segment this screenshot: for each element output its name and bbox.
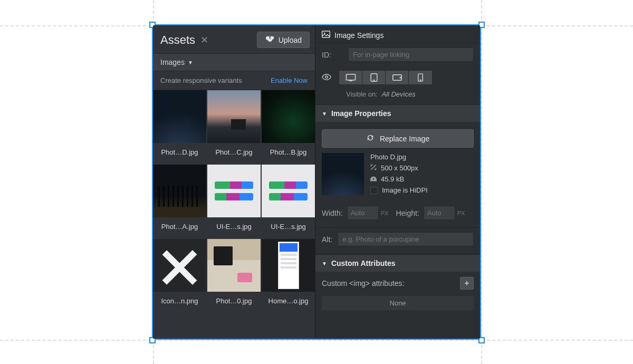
asset-item[interactable]: UI-E…s.jpg	[207, 165, 261, 238]
asset-thumbnail	[262, 165, 315, 217]
assets-panel: Assets ✕ Upload Images ▼ Create responsi…	[153, 25, 315, 339]
alt-label: Alt:	[322, 235, 332, 244]
asset-item[interactable]: UI-E…s.jpg	[262, 165, 315, 238]
meta-text: Photo D.jpg 500 x 500px 45.9 kB Image is…	[370, 153, 428, 195]
chevron-down-icon: ▼	[322, 261, 327, 266]
visible-on-row: Visible on: All Devices	[315, 89, 480, 104]
guide-bottom	[0, 340, 633, 341]
asset-item[interactable]: Icon…n.png	[153, 239, 206, 312]
responsive-variants-row: Create responsive variants Enable Now	[153, 71, 315, 90]
device-tablet-landscape-button[interactable]	[386, 71, 409, 84]
settings-title: Image Settings	[334, 31, 383, 40]
filter-label: Images	[160, 58, 185, 66]
width-input[interactable]	[347, 206, 379, 220]
hidpi-checkbox[interactable]	[370, 187, 378, 194]
asset-thumbnail	[262, 239, 315, 292]
asset-thumbnail	[207, 90, 261, 143]
custom-attributes-header[interactable]: ▼ Custom Attributes	[315, 254, 480, 272]
editor-panel: Assets ✕ Upload Images ▼ Create responsi…	[153, 25, 480, 339]
id-label: ID:	[322, 51, 343, 59]
guide-right	[481, 0, 482, 364]
image-meta: Photo D.jpg 500 x 500px 45.9 kB Image is…	[315, 153, 480, 200]
custom-attrs-empty: None	[322, 296, 474, 310]
svg-point-9	[420, 80, 420, 80]
width-label: Width:	[322, 209, 343, 217]
asset-thumbnail	[262, 90, 315, 143]
asset-filename: UI-E…s.jpg	[271, 217, 305, 238]
svg-point-5	[373, 80, 374, 80]
settings-panel: Image Settings ID:	[315, 25, 480, 339]
svg-point-2	[325, 75, 328, 78]
height-input[interactable]	[424, 206, 455, 220]
section-title: Custom Attributes	[331, 259, 396, 267]
asset-filename: Phot…B.jpg	[270, 143, 306, 164]
chevron-down-icon: ▼	[322, 111, 327, 117]
visible-label: Visible on:	[346, 90, 378, 98]
asset-item[interactable]: Phot…C.jpg	[207, 90, 261, 164]
height-unit: PX	[457, 210, 465, 216]
asset-item[interactable]: Phot…A.jpg	[153, 165, 206, 238]
id-row: ID:	[315, 43, 480, 66]
asset-filename: Phot…C.jpg	[215, 143, 252, 164]
refresh-icon	[366, 134, 375, 143]
replace-image-button[interactable]: Replace Image	[322, 129, 474, 148]
device-visibility-toggle	[339, 70, 433, 85]
asset-item[interactable]: Phot…D.jpg	[153, 90, 206, 164]
width-unit: PX	[381, 210, 389, 216]
dimensions-icon	[370, 164, 377, 172]
height-label: Height:	[396, 209, 419, 217]
device-desktop-button[interactable]	[339, 71, 362, 84]
upload-label: Upload	[279, 36, 302, 44]
svg-point-1	[324, 33, 325, 34]
device-phone-button[interactable]	[409, 71, 432, 84]
upload-button[interactable]: Upload	[257, 32, 310, 48]
svg-point-7	[400, 77, 401, 78]
hidpi-label: Image is HiDPI	[382, 186, 428, 194]
dimensions-row: Width: PX Height: PX	[315, 200, 480, 228]
asset-thumbnail	[207, 239, 261, 292]
enable-now-link[interactable]: Enable Now	[271, 76, 308, 84]
alt-row: Alt:	[315, 228, 480, 254]
asset-thumbnail	[153, 165, 206, 217]
image-settings-icon	[322, 31, 330, 40]
section-title: Image Properties	[331, 109, 391, 118]
svg-rect-0	[322, 31, 330, 37]
filesize-icon	[370, 175, 377, 183]
asset-filename: Phot…0.jpg	[216, 292, 252, 312]
visible-value: All Devices	[381, 90, 415, 98]
asset-filename: UI-E…s.jpg	[216, 217, 251, 238]
assets-header: Assets ✕ Upload	[153, 25, 315, 53]
alt-input[interactable]	[338, 232, 474, 246]
asset-item[interactable]: Home…o.jpg	[262, 239, 315, 312]
assets-grid: Phot…D.jpg Phot…C.jpg Phot…B.jpg Phot…A.…	[153, 90, 315, 312]
asset-filename: Phot…A.jpg	[161, 217, 198, 238]
asset-item[interactable]: Phot…0.jpg	[207, 239, 261, 312]
id-input[interactable]	[348, 47, 474, 62]
eye-icon	[322, 74, 331, 82]
device-tablet-button[interactable]	[362, 71, 386, 84]
settings-header: Image Settings	[315, 25, 480, 43]
asset-filter-dropdown[interactable]: Images ▼	[153, 53, 315, 71]
cloud-upload-icon	[265, 35, 274, 44]
custom-attrs-row: Custom <img> attributes: +	[315, 272, 480, 293]
replace-label: Replace Image	[380, 135, 429, 143]
visibility-row	[315, 66, 480, 89]
asset-item[interactable]: Phot…B.jpg	[262, 90, 315, 164]
meta-filesize: 45.9 kB	[381, 175, 404, 183]
meta-dimensions: 500 x 500px	[381, 164, 418, 172]
asset-thumbnail	[153, 90, 206, 143]
asset-filename: Home…o.jpg	[268, 292, 309, 312]
image-properties-header[interactable]: ▼ Image Properties	[315, 104, 480, 122]
close-icon[interactable]: ✕	[200, 34, 208, 46]
asset-filename: Icon…n.png	[161, 292, 198, 312]
asset-filename: Phot…D.jpg	[161, 143, 198, 164]
asset-thumbnail	[153, 239, 206, 292]
variants-text: Create responsive variants	[160, 76, 242, 84]
meta-thumbnail	[322, 153, 364, 195]
svg-rect-3	[346, 74, 355, 80]
asset-thumbnail	[207, 165, 261, 217]
chevron-down-icon: ▼	[188, 60, 193, 65]
custom-attrs-label: Custom <img> attributes:	[322, 279, 404, 288]
assets-title: Assets	[160, 33, 195, 47]
add-attribute-button[interactable]: +	[460, 277, 474, 290]
